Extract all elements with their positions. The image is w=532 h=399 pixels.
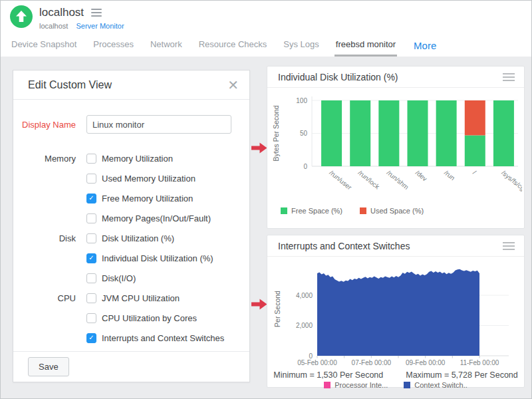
metric-label: Free Memory Utilization [102, 194, 193, 203]
checkbox-jvm-cpu-utilization[interactable] [86, 293, 96, 303]
svg-text:/dev: /dev [414, 169, 429, 182]
metric-label: Memory Pages(In/Out/Fault) [102, 213, 211, 223]
legend-item-used-space[interactable]: Used Space (%) [360, 207, 424, 215]
monitor-status-icon [10, 5, 33, 28]
display-name-label: Display Name [13, 120, 76, 130]
interrupts-chart: 02,0004,00005-Feb 00:0007-Feb 00:0009-Fe… [267, 257, 524, 368]
metric-row: Interrupts and Context Switches [13, 328, 249, 348]
hamburger-menu-icon[interactable] [91, 9, 102, 17]
dialog-title: Edit Custom View [28, 79, 112, 91]
group-label-memory: Memory [13, 154, 76, 164]
display-name-input[interactable] [86, 115, 231, 134]
disk-utilization-panel: Individual Disk Utilization (%) 050100/r… [267, 66, 525, 229]
metric-label: Interrupts and Context Switches [102, 333, 224, 343]
checkbox-memory-pages-in-out-fault[interactable] [86, 213, 96, 223]
bar-free-2 [378, 100, 399, 166]
bar-free-5 [465, 135, 485, 166]
monitor-title: localhost [39, 6, 84, 19]
svg-text:/run/lock: /run/lock [356, 169, 381, 191]
monitor-subname: localhost [39, 22, 68, 30]
chart-menu-icon[interactable] [503, 242, 515, 250]
checkbox-interrupts-and-context-switches[interactable] [86, 333, 96, 343]
up-arrow-icon [10, 5, 33, 28]
metric-label: CPU Utilization by Cores [102, 313, 197, 323]
chart-menu-icon[interactable] [503, 73, 515, 81]
svg-text:/: / [471, 169, 477, 176]
group-label-disk: Disk [13, 233, 76, 243]
tab-network[interactable]: Network [149, 34, 184, 57]
svg-text:09-Feb 00:00: 09-Feb 00:00 [406, 359, 446, 366]
tab-resource-checks[interactable]: Resource Checks [198, 34, 269, 57]
checkbox-memory-utilization[interactable] [86, 154, 96, 164]
legend-item-context-switch[interactable]: Context Switch.. [404, 381, 467, 389]
metric-row: Memory Pages(In/Out/Fault) [13, 208, 249, 228]
bar-free-4 [436, 100, 457, 166]
svg-text:/run: /run [443, 169, 456, 182]
metric-row: Free Memory Utilization [13, 188, 249, 208]
svg-text:/run/user: /run/user [328, 169, 353, 192]
svg-text:0: 0 [303, 163, 307, 170]
legend-swatch [404, 382, 410, 388]
checkbox-cpu-utilization-by-cores[interactable] [86, 313, 96, 323]
metric-row: CPUJVM CPU Utilization [13, 288, 249, 308]
svg-text:50: 50 [300, 130, 308, 137]
metric-label: Disk Utilization (%) [102, 233, 174, 243]
bar-free-6 [493, 100, 514, 166]
svg-text:4,000: 4,000 [296, 292, 313, 299]
metric-row: Used Memory Utilization [13, 168, 249, 188]
svg-text:Bytes Per Second: Bytes Per Second [272, 105, 280, 161]
svg-text:/sys/fs/cgroup: /sys/fs/cgroup [500, 169, 522, 201]
checkbox-disk-i-o[interactable] [86, 273, 96, 283]
disk-utilization-chart: 050100/run/user/run/lock/run/shm/dev/run… [267, 88, 524, 205]
bar-free-0 [321, 100, 342, 166]
metric-checkbox-list: MemoryMemory UtilizationUsed Memory Util… [13, 148, 249, 348]
checkbox-used-memory-utilization[interactable] [86, 174, 96, 184]
metric-label: Disk(I/O) [102, 273, 136, 283]
bar-free-1 [350, 100, 370, 166]
legend-item-processor-inte[interactable]: Processor Inte... [324, 381, 388, 389]
svg-text:0: 0 [309, 352, 313, 360]
close-icon[interactable]: ✕ [227, 78, 239, 92]
group-label-cpu: CPU [13, 293, 76, 303]
save-button[interactable]: Save [28, 357, 69, 376]
legend-swatch [360, 207, 366, 214]
svg-text:100: 100 [296, 97, 307, 104]
minimum-value: Minimum = 1,530 Per Second [273, 370, 383, 380]
svg-text:11-Feb 00:00: 11-Feb 00:00 [460, 359, 499, 366]
tab-more[interactable]: More [414, 34, 436, 57]
page: localhost localhost Server Monitor Devic… [0, 0, 532, 399]
tab-device-snapshot[interactable]: Device Snapshot [10, 34, 78, 57]
svg-text:Per Second: Per Second [273, 291, 281, 327]
checkbox-free-memory-utilization[interactable] [86, 194, 96, 203]
server-monitor-link[interactable]: Server Monitor [76, 22, 124, 30]
checkbox-disk-utilization[interactable] [86, 233, 96, 243]
bar-used-5 [465, 100, 485, 135]
metric-label: Used Memory Utilization [102, 174, 196, 184]
metric-label: Individual Disk Utilization (%) [102, 253, 213, 263]
red-arrow-icon-cpu [251, 299, 267, 310]
legend-swatch [281, 207, 287, 214]
tab-freebsd-monitor[interactable]: freebsd monitor [334, 34, 397, 57]
metric-row: Disk(I/O) [13, 268, 249, 288]
interrupts-panel: Interrupts and Context Switches 02,0004,… [267, 235, 525, 388]
interrupts-chart-title: Interrupts and Context Switches [278, 241, 410, 251]
context-switches-area [317, 269, 479, 356]
checkbox-individual-disk-utilization[interactable] [86, 253, 96, 263]
tab-sys-logs[interactable]: Sys Logs [282, 34, 320, 57]
metric-row: CPU Utilization by Cores [13, 308, 249, 328]
svg-text:2,000: 2,000 [296, 322, 313, 329]
chart-summary: Minimum = 1,530 Per Second Maximum = 5,7… [267, 370, 524, 380]
legend-item-free-space[interactable]: Free Space (%) [281, 207, 342, 215]
bar-free-3 [408, 100, 428, 166]
app-header: localhost localhost Server Monitor [1, 1, 531, 34]
tab-processes[interactable]: Processes [92, 34, 135, 57]
metric-label: JVM CPU Utilization [102, 293, 180, 303]
disk-chart-legend: Free Space (%)Used Space (%) [281, 207, 524, 215]
nav-tabs: Device SnapshotProcessesNetworkResource … [10, 34, 436, 57]
interrupts-chart-legend: Processor Inte...Context Switch.. [267, 381, 524, 389]
legend-swatch [324, 382, 331, 388]
metric-row: Individual Disk Utilization (%) [13, 248, 249, 268]
red-arrow-icon-disk [251, 142, 267, 154]
svg-text:07-Feb 00:00: 07-Feb 00:00 [352, 359, 392, 366]
metric-row: MemoryMemory Utilization [13, 148, 249, 168]
